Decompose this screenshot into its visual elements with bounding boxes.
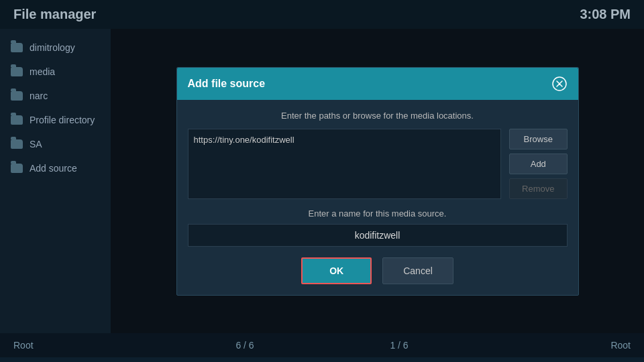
name-instruction: Enter a name for this media source.	[188, 208, 568, 219]
sidebar-item-label: SA	[30, 139, 42, 149]
sidebar-item-narc[interactable]: narc	[0, 84, 111, 108]
browse-button[interactable]: Browse	[509, 129, 567, 149]
sidebar-item-label: Profile directory	[30, 115, 95, 125]
footer-right: Root	[476, 340, 631, 351]
sidebar-item-add-source[interactable]: Add source	[0, 156, 111, 180]
add-file-source-dialog: Add file source Enter the paths or brows…	[176, 67, 579, 296]
folder-icon	[11, 43, 23, 52]
cancel-button[interactable]: Cancel	[382, 257, 453, 284]
ok-button[interactable]: OK	[301, 257, 372, 284]
sidebar-item-label: media	[30, 66, 55, 77]
main-area: dimitrology media narc Profile directory…	[0, 29, 644, 333]
add-button[interactable]: Add	[509, 154, 567, 174]
sidebar-item-label: dimitrology	[30, 42, 75, 53]
remove-button[interactable]: Remove	[509, 178, 567, 199]
sidebar: dimitrology media narc Profile directory…	[0, 29, 111, 333]
sidebar-item-media[interactable]: media	[0, 60, 111, 84]
dialog-body: Enter the paths or browse for the media …	[177, 100, 578, 295]
sidebar-item-label: Add source	[30, 163, 77, 174]
sidebar-item-profile-directory[interactable]: Profile directory	[0, 108, 111, 132]
kodi-logo-icon	[551, 76, 568, 92]
sidebar-item-dimitrology[interactable]: dimitrology	[0, 36, 111, 60]
footer-left: Root	[13, 340, 168, 351]
folder-icon	[11, 67, 23, 76]
path-entry: https://tiny.one/kodifitzwell	[194, 135, 294, 145]
folder-icon	[11, 139, 23, 149]
dialog-title: Add file source	[188, 78, 266, 90]
name-input[interactable]	[188, 224, 568, 247]
dialog-header: Add file source	[177, 68, 578, 100]
paths-buttons: Browse Add Remove	[509, 129, 567, 199]
footer: Root 6 / 6 1 / 6 Root	[0, 333, 644, 357]
folder-icon	[11, 164, 23, 173]
folder-icon	[11, 91, 23, 101]
folder-icon	[11, 115, 23, 125]
dialog-overlay: Add file source Enter the paths or brows…	[111, 29, 644, 333]
footer-center-right: 1 / 6	[322, 340, 476, 351]
content-area: Add file source Enter the paths or brows…	[111, 29, 644, 333]
header: File manager 3:08 PM	[0, 0, 644, 29]
paths-instruction: Enter the paths or browse for the media …	[188, 111, 568, 121]
footer-center-left: 6 / 6	[168, 340, 322, 351]
paths-row: https://tiny.one/kodifitzwell Browse Add…	[188, 129, 568, 199]
sidebar-item-sa[interactable]: SA	[0, 132, 111, 156]
app-title: File manager	[13, 7, 96, 22]
dialog-actions: OK Cancel	[188, 257, 568, 284]
paths-list[interactable]: https://tiny.one/kodifitzwell	[188, 129, 502, 199]
sidebar-item-label: narc	[30, 90, 48, 101]
clock: 3:08 PM	[580, 7, 631, 22]
